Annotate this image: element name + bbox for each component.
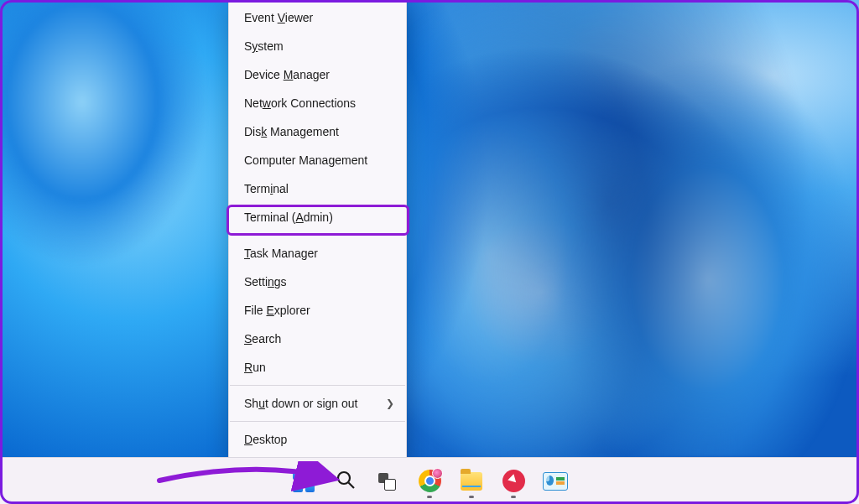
menu-item-label: Disk Management (244, 125, 339, 138)
menu-item-settings[interactable]: Settings (229, 268, 406, 296)
search-button[interactable] (326, 462, 365, 501)
menu-item-computer-management[interactable]: Computer Management (229, 146, 406, 174)
menu-item-label: Desktop (244, 433, 287, 446)
menu-item-label: Terminal (Admin) (244, 210, 333, 224)
taskbar (0, 457, 859, 504)
search-icon (336, 470, 356, 493)
menu-separator (230, 235, 405, 236)
taskbar-app-file-explorer[interactable] (452, 462, 491, 501)
desktop-wallpaper (0, 0, 859, 457)
taskbar-app-media[interactable] (494, 462, 533, 501)
menu-item-label: Task Manager (244, 247, 318, 260)
menu-item-label: Network Connections (244, 96, 356, 110)
taskbar-app-control-panel[interactable] (536, 462, 575, 501)
screenshot-frame (0, 0, 859, 504)
menu-item-network-connections[interactable]: Network Connections (229, 89, 406, 117)
task-view-icon (378, 472, 397, 491)
svg-line-1 (349, 482, 355, 488)
chrome-icon (419, 470, 441, 492)
menu-item-label: Event Viewer (244, 11, 313, 24)
control-panel-icon (543, 472, 568, 491)
menu-item-desktop[interactable]: Desktop (229, 425, 406, 454)
menu-item-terminal[interactable]: Terminal (229, 174, 406, 203)
start-button[interactable] (284, 462, 323, 501)
chevron-right-icon: ❯ (386, 397, 394, 409)
menu-item-run[interactable]: Run (229, 353, 406, 382)
menu-separator (230, 385, 405, 386)
menu-item-system[interactable]: System (229, 32, 406, 60)
menu-item-label: Shut down or sign out (244, 397, 357, 410)
menu-item-label: Terminal (244, 182, 289, 195)
menu-item-event-viewer[interactable]: Event Viewer (229, 3, 406, 32)
taskbar-app-chrome[interactable] (410, 462, 449, 501)
folder-icon (461, 472, 482, 491)
svg-point-0 (338, 472, 350, 484)
windows-logo-icon (293, 470, 315, 492)
menu-item-device-manager[interactable]: Device Manager (229, 60, 406, 89)
menu-item-label: Run (244, 361, 266, 374)
menu-item-shut-down-or-sign-out[interactable]: Shut down or sign out❯ (229, 389, 406, 418)
menu-item-label: Computer Management (244, 153, 367, 167)
task-view-button[interactable] (368, 462, 407, 501)
menu-item-disk-management[interactable]: Disk Management (229, 117, 406, 146)
menu-item-label: File Explorer (244, 304, 310, 317)
menu-separator (230, 421, 405, 422)
send-icon (502, 470, 525, 492)
power-user-menu: Event ViewerSystemDevice ManagerNetwork … (228, 0, 407, 458)
menu-item-task-manager[interactable]: Task Manager (229, 239, 406, 268)
menu-item-label: Search (244, 332, 281, 346)
menu-item-search[interactable]: Search (229, 325, 406, 353)
menu-item-label: System (244, 39, 284, 53)
menu-item-label: Device Manager (244, 68, 330, 81)
menu-item-label: Settings (244, 275, 287, 288)
menu-item-file-explorer[interactable]: File Explorer (229, 296, 406, 325)
menu-item-terminal-admin[interactable]: Terminal (Admin) (229, 203, 406, 231)
